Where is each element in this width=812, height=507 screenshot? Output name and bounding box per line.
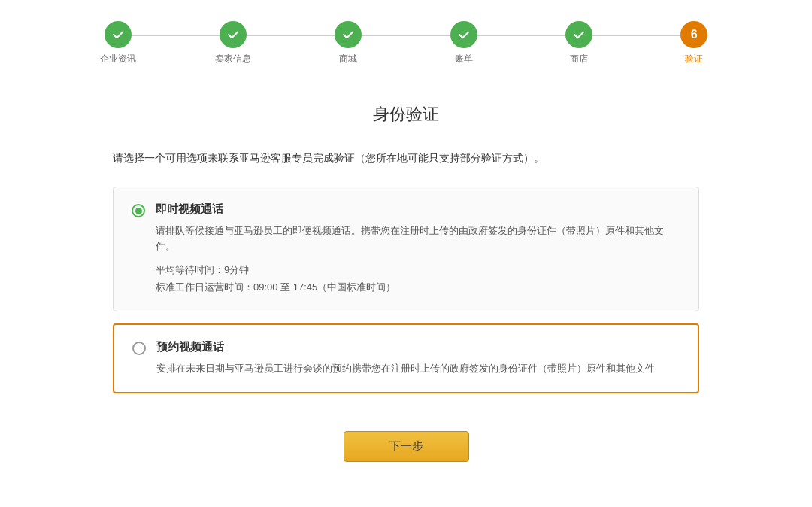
option-1-desc: 请排队等候接通与亚马逊员工的即便视频通话。携带您在注册时上传的由政府签发的身份证… <box>156 223 680 255</box>
radio-option-2[interactable] <box>132 342 146 355</box>
option-video-schedule-card[interactable]: 预约视频通话 安排在未来日期与亚马逊员工进行会谈的预约携带您在注册时上传的政府签… <box>113 323 699 393</box>
option-2-title: 预约视频通话 <box>156 340 224 354</box>
step-2: 卖家信息 <box>175 21 290 65</box>
option-1-title: 即时视频通话 <box>156 202 223 217</box>
step-circle-5 <box>565 21 592 48</box>
step-label-1: 企业资讯 <box>100 53 136 65</box>
step-circle-1 <box>105 21 132 48</box>
page-title: 身份验证 <box>0 103 812 126</box>
svg-point-1 <box>226 27 241 42</box>
svg-point-0 <box>111 27 126 42</box>
step-label-4: 账单 <box>455 53 473 65</box>
step-1: 企业资讯 <box>60 21 175 65</box>
btn-area: 下一步 <box>113 431 699 462</box>
step-label-3: 商城 <box>339 53 357 65</box>
option-1-meta-wait: 平均等待时间：9分钟 标准工作日运营时间：09:00 至 17:45（中国标准时… <box>156 261 680 296</box>
progress-bar: 企业资讯 卖家信息 商城 账单 <box>0 0 812 80</box>
step-label-6: 验证 <box>685 53 703 65</box>
option-1-header: 即时视频通话 <box>132 202 680 217</box>
radio-option-1[interactable] <box>132 204 145 217</box>
step-label-5: 商店 <box>570 53 588 65</box>
svg-point-3 <box>456 27 471 42</box>
option-2-header: 预约视频通话 <box>132 340 680 355</box>
step-circle-4 <box>450 21 477 48</box>
step-3: 商城 <box>291 21 406 65</box>
svg-point-2 <box>341 27 356 42</box>
svg-point-4 <box>571 27 586 42</box>
step-circle-6: 6 <box>680 21 707 48</box>
instruction-text: 请选择一个可用选项来联系亚马逊客服专员完成验证（您所在地可能只支持部分验证方式）… <box>113 152 699 165</box>
option-video-now-card[interactable]: 即时视频通话 请排队等候接通与亚马逊员工的即便视频通话。携带您在注册时上传的由政… <box>113 187 699 311</box>
step-label-2: 卖家信息 <box>215 53 251 65</box>
step-5: 商店 <box>521 21 636 65</box>
step-circle-3 <box>335 21 362 48</box>
main-content: 请选择一个可用选项来联系亚马逊客服专员完成验证（您所在地可能只支持部分验证方式）… <box>98 152 714 462</box>
step-circle-2 <box>220 21 247 48</box>
step-4: 账单 <box>406 21 521 65</box>
option-2-desc: 安排在未来日期与亚马逊员工进行会谈的预约携带您在注册时上传的政府签发的身份证件（… <box>156 361 680 377</box>
step-6: 6 验证 <box>637 21 752 65</box>
next-button[interactable]: 下一步 <box>344 431 469 462</box>
